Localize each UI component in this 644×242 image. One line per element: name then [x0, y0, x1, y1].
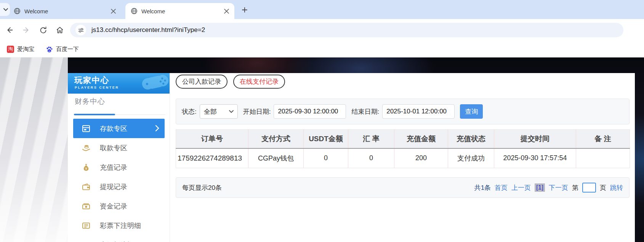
jump-button[interactable]: 跳转: [610, 183, 623, 192]
cell-remark: [576, 148, 630, 168]
sidebar-item-room-bet-records[interactable]: 房间投注记录: [73, 235, 165, 242]
table-row: 1759226274289813 CGPay钱包 0 0 200 支付成功 20…: [176, 148, 630, 168]
sidebar-item-recharge-records[interactable]: ¥ 充值记录: [73, 158, 165, 177]
table-header-row: 订单号 支付方式 USDT金额 汇 率 充值金额 充值状态 提交时间 备 注: [176, 130, 630, 148]
filter-bar: 状态: 全部 开始日期: 结束日期: 查询: [176, 99, 630, 124]
col-payment-method: 支付方式: [248, 130, 304, 148]
sidebar-item-deposit[interactable]: 存款专区: [73, 119, 165, 138]
sidebar-item-withdraw[interactable]: 取款专区: [73, 138, 165, 158]
banknote-icon: [82, 202, 91, 211]
total-count-text: 共1条: [474, 183, 491, 192]
cell-payment-method: CGPay钱包: [248, 148, 304, 168]
bookmark-baidu[interactable]: du 百度一下: [43, 44, 82, 54]
gamepad-icon: [138, 73, 170, 94]
svg-text:¥: ¥: [85, 166, 87, 170]
home-icon[interactable]: [53, 23, 67, 37]
tab-company-deposit-records[interactable]: 公司入款记录: [176, 75, 227, 89]
players-center-banner: 玩家中心 PLAYERS CENTER: [68, 73, 170, 94]
forward-icon[interactable]: [19, 23, 34, 37]
close-icon[interactable]: [224, 9, 229, 14]
sidebar-item-label: 提现记录: [100, 182, 127, 191]
tab-title: Welcome: [24, 8, 107, 14]
col-submit-time: 提交时间: [494, 130, 576, 148]
money-bag-icon: ¥: [82, 163, 91, 172]
col-recharge-amount: 充值金额: [394, 130, 448, 148]
section-title-finance: 财务中心: [75, 97, 105, 107]
close-icon[interactable]: [111, 9, 116, 14]
payment-records-table: 订单号 支付方式 USDT金额 汇 率 充值金额 充值状态 提交时间 备 注 1…: [176, 129, 630, 168]
section-underline: [74, 110, 165, 115]
first-page-link[interactable]: 首页: [495, 183, 508, 192]
col-usdt-amount: USDT金额: [304, 130, 348, 148]
browser-tab-2-active[interactable]: Welcome: [125, 3, 234, 19]
sidebar-item-withdraw-records[interactable]: 提现记录: [73, 177, 165, 196]
tab-online-payment-records[interactable]: 在线支付记录: [233, 75, 285, 89]
jump-prefix-label: 第: [572, 183, 578, 192]
jump-page-input[interactable]: [582, 183, 596, 193]
sidebar-item-label: 取款专区: [100, 143, 127, 153]
tab-title: Welcome: [141, 8, 220, 14]
list-document-icon: [82, 240, 91, 242]
status-select[interactable]: 全部: [200, 104, 238, 119]
reload-icon[interactable]: [36, 23, 50, 37]
cell-recharge-status: 支付成功: [448, 148, 494, 168]
chevron-right-icon: [155, 125, 159, 132]
prev-page-link[interactable]: 上一页: [511, 183, 531, 192]
sidebar-item-label: 彩票下注明细: [100, 221, 141, 230]
sidebar-item-lottery-bet-detail[interactable]: 彩票下注明细: [73, 216, 165, 235]
tab-label: 公司入款记录: [182, 77, 221, 86]
page-background-left: [0, 57, 68, 242]
record-type-tabs: 公司入款记录 在线支付记录: [176, 75, 285, 89]
bookmark-label: 爱淘宝: [17, 46, 34, 53]
sidebar-item-funds-records[interactable]: 资金记录: [73, 196, 165, 216]
url-text: js13.cc/hhcp/usercenter.html?iniType=2: [91, 26, 205, 34]
site-settings-icon[interactable]: [75, 25, 86, 35]
svg-text:du: du: [48, 50, 51, 52]
cell-order-number: 1759226274289813: [176, 148, 248, 168]
globe-icon: [14, 8, 21, 14]
cell-submit-time: 2025-09-30 17:57:54: [494, 148, 576, 168]
tab-strip: Welcome Welcome: [0, 0, 644, 19]
tab-label: 在线支付记录: [240, 77, 279, 86]
next-page-link[interactable]: 下一页: [549, 183, 568, 192]
bookmarks-bar: 淘 爱淘宝 du 百度一下: [0, 41, 644, 57]
hand-coin-icon: [82, 143, 91, 153]
wallet-icon: [82, 182, 91, 191]
status-label: 状态:: [182, 107, 197, 116]
new-tab-icon[interactable]: [240, 5, 249, 14]
sidebar-title: 玩家中心: [74, 75, 109, 86]
sidebar-item-label: 房间投注记录: [100, 240, 141, 242]
jump-suffix-label: 页: [600, 183, 606, 192]
col-order-number: 订单号: [176, 130, 248, 148]
section-underline-accent: [74, 114, 115, 115]
status-select-value: 全部: [204, 107, 217, 116]
col-remark: 备 注: [576, 130, 630, 148]
pagination-bar: 每页显示20条 共1条 首页 上一页 [1] 下一页 第 页 跳转: [176, 177, 630, 198]
baidu-paw-icon: du: [46, 46, 53, 53]
browser-toolbar: js13.cc/hhcp/usercenter.html?iniType=2: [0, 19, 644, 41]
start-date-input[interactable]: [274, 104, 346, 119]
bookmark-aitaobao[interactable]: 淘 爱淘宝: [4, 44, 37, 54]
sidebar-item-label: 充值记录: [100, 163, 127, 172]
address-bar[interactable]: js13.cc/hhcp/usercenter.html?iniType=2: [70, 23, 623, 37]
bookmark-label: 百度一下: [56, 46, 79, 53]
list-document-icon: [82, 221, 91, 230]
globe-icon: [131, 8, 138, 14]
back-icon[interactable]: [2, 23, 17, 37]
deposit-card-icon: [82, 124, 91, 133]
col-recharge-status: 充值状态: [448, 130, 494, 148]
taobao-icon: 淘: [7, 46, 14, 53]
cell-exchange-rate: 0: [348, 148, 394, 168]
cell-recharge-amount: 200: [394, 148, 448, 168]
search-button[interactable]: 查询: [460, 104, 483, 119]
current-page-badge: [1]: [535, 183, 545, 192]
sidebar-subtitle: PLAYERS CENTER: [75, 86, 119, 89]
sidebar-menu: 存款专区 取款专区 ¥ 充值记录 提现记录: [68, 119, 170, 242]
col-exchange-rate: 汇 率: [348, 130, 394, 148]
browser-tab-1[interactable]: Welcome: [8, 3, 121, 19]
sidebar-item-label: 存款专区: [100, 124, 127, 133]
end-date-label: 结束日期:: [351, 107, 379, 116]
sidebar-item-label: 资金记录: [100, 202, 127, 211]
page-size-text: 每页显示20条: [182, 183, 222, 192]
end-date-input[interactable]: [382, 104, 455, 119]
